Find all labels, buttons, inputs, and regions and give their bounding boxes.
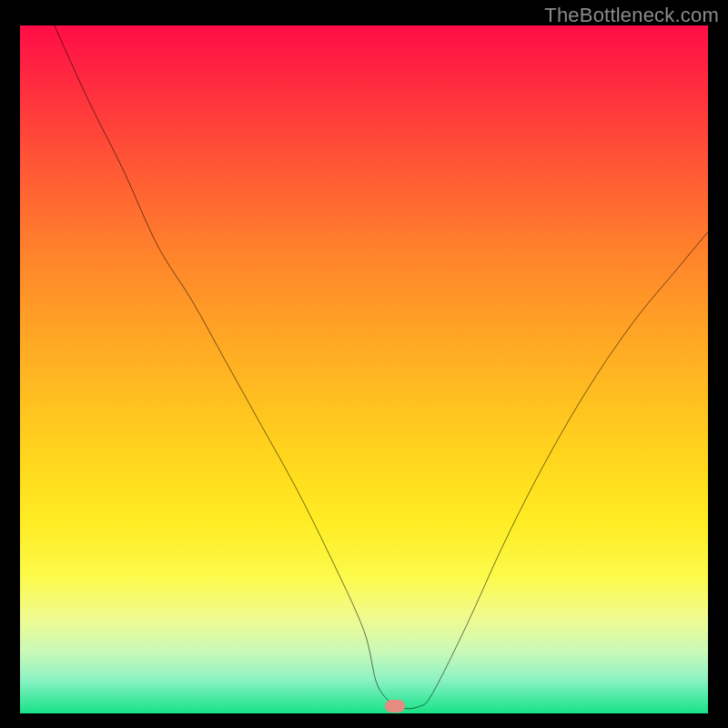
chart-frame: TheBottleneck.com — [0, 0, 728, 728]
optimal-point-marker — [385, 700, 405, 713]
bottleneck-curve — [20, 25, 708, 713]
plot-area — [20, 25, 708, 713]
watermark-label: TheBottleneck.com — [544, 4, 719, 27]
